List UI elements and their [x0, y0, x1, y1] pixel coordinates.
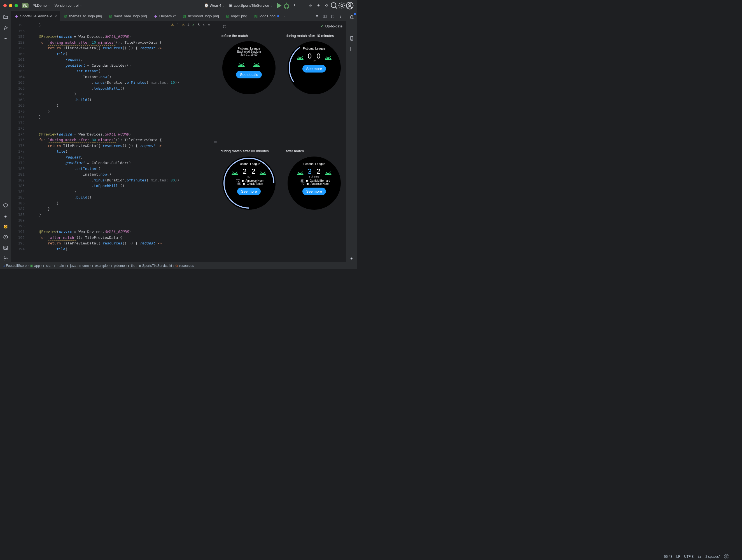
svg-point-2	[341, 4, 343, 6]
notifications-tool-icon[interactable]	[348, 13, 355, 21]
updates-icon[interactable]: ✦	[314, 2, 322, 9]
warning-icon: ⚠	[182, 23, 185, 27]
svg-line-15	[239, 63, 240, 64]
zoom-window[interactable]	[14, 4, 18, 7]
preview-item: before the matchFictional LeagueBack roa…	[221, 34, 277, 145]
image-icon: ▧	[109, 14, 113, 18]
debug-button[interactable]	[282, 2, 290, 9]
breadcrumb-item[interactable]: ◆SportsTileService.kt	[139, 264, 172, 268]
svg-rect-46	[350, 47, 353, 51]
run-config-selector[interactable]: ▣app.SportsTileService⌄	[227, 2, 275, 9]
watch-preview[interactable]: Fictional League2280'70'Ambrose Norm55'C…	[222, 156, 275, 210]
line-gutter: 1551561571581591601611621631641651661671…	[11, 21, 28, 262]
svg-point-13	[240, 65, 241, 66]
image-icon: ▧	[254, 14, 258, 18]
close-window[interactable]	[3, 4, 7, 7]
vcs-tool-icon[interactable]	[2, 255, 9, 262]
tabs-overflow[interactable]: ⌄	[282, 15, 287, 18]
svg-point-0	[284, 4, 288, 8]
project-menu[interactable]: PLDemo⌄	[30, 2, 52, 9]
emulator-tool-icon[interactable]	[348, 45, 355, 53]
editor-tabs: ◆SportsTileService.kt× ▧themes_fc_logo.p…	[11, 11, 346, 21]
inspection-widget[interactable]: ⚠1 ⚠4 ✔5 ∧ ∨	[171, 23, 210, 27]
breadcrumb-item[interactable]: ▸src	[43, 264, 50, 268]
tab-logo2[interactable]: ▧logo2.png	[222, 11, 251, 21]
favorites-tool-icon[interactable]: ◈	[2, 212, 9, 219]
project-tool-icon[interactable]	[2, 13, 9, 21]
window-controls	[3, 4, 18, 7]
ai-assistant-icon[interactable]: ✦	[348, 255, 355, 262]
watch-button[interactable]: See details	[236, 71, 262, 79]
more-tools-icon[interactable]: ⋯	[2, 35, 9, 42]
preview-panel: ▢ ✔Up-to-date before the matchFictional …	[217, 21, 346, 262]
tab-logo1[interactable]: ▧logo1.png	[251, 11, 282, 21]
breadcrumb-item[interactable]: ▣app	[30, 264, 40, 268]
more-menu[interactable]: ⋮	[290, 2, 298, 9]
terminal-tool-icon[interactable]	[2, 244, 9, 251]
code-area[interactable]: } @Preview(device = WearDevices.SMALL_RO…	[28, 21, 214, 262]
breadcrumb-item[interactable]: ▸pldemo	[111, 264, 124, 268]
account-icon[interactable]	[346, 2, 354, 9]
breadcrumb-item[interactable]: ▸com	[80, 264, 89, 268]
preview-toolbar-icon[interactable]: ▢	[221, 22, 228, 30]
run-button[interactable]	[275, 2, 282, 9]
image-icon: ▧	[182, 14, 186, 18]
breadcrumb-item[interactable]: ▸java	[67, 264, 76, 268]
breadcrumb-item[interactable]: ▸main	[54, 264, 64, 268]
tab-richmond-logo[interactable]: ▧richmond_logo.png	[179, 11, 222, 21]
watch-preview[interactable]: Fictional League32Full-time85'Garfield B…	[287, 156, 341, 210]
prev-highlight[interactable]: ∧	[203, 23, 205, 27]
tab-themes-logo[interactable]: ▧themes_fc_logo.png	[60, 11, 105, 21]
preview-title: after match	[286, 149, 343, 153]
view-mode-preview-icon[interactable]: ▢	[330, 14, 335, 19]
svg-line-44	[329, 171, 330, 172]
svg-point-11	[4, 259, 5, 260]
breadcrumb-item[interactable]: ▸tile	[128, 264, 135, 268]
logcat-tool-icon[interactable]: 🐱	[2, 223, 9, 230]
breadcrumb[interactable]: □FootballScore›▣app›▸src›▸main›▸java›▸co…	[0, 262, 357, 269]
splitter-handle[interactable]: ═	[214, 21, 217, 262]
close-icon[interactable]: ×	[55, 14, 57, 18]
device-manager-icon[interactable]	[348, 35, 355, 42]
next-highlight[interactable]: ∨	[208, 23, 210, 27]
view-mode-list-icon[interactable]: ≣	[314, 14, 319, 19]
watch-preview[interactable]: Fictional League0010'See more	[287, 41, 341, 94]
sync-icon[interactable]: ⟲	[322, 2, 330, 9]
warning-count: 4	[188, 23, 190, 27]
code-with-me-icon[interactable]: ⎋	[307, 2, 314, 9]
weak-count: 5	[198, 23, 200, 27]
watch-preview[interactable]: Fictional LeagueBack road StadiumJun 21,…	[222, 41, 275, 94]
preview-item: during match after 80 minutesFictional L…	[221, 149, 277, 260]
watch-icon: ⌚	[204, 3, 209, 8]
tab-westham-logo[interactable]: ▧west_ham_logo.png	[105, 11, 150, 21]
tab-options-icon[interactable]: ⋮	[338, 14, 343, 19]
structure-tool-icon[interactable]	[2, 24, 9, 31]
error-count: 1	[177, 23, 179, 27]
vcs-menu[interactable]: Version control⌄	[52, 2, 84, 9]
gradle-tool-icon[interactable]: ~	[348, 24, 355, 31]
svg-point-42	[329, 173, 330, 174]
kotlin-icon: ◆	[14, 14, 18, 18]
settings-icon[interactable]	[338, 2, 346, 9]
device-selector[interactable]: ⌚Wear 4⌄	[202, 2, 227, 9]
breadcrumb-item[interactable]: ▸example	[92, 264, 108, 268]
minimize-window[interactable]	[9, 4, 12, 7]
modified-dot	[277, 15, 279, 17]
svg-line-19	[254, 63, 255, 64]
image-icon: ▧	[226, 14, 229, 18]
build-tool-icon[interactable]	[2, 202, 9, 209]
search-icon[interactable]	[330, 2, 338, 9]
code-editor[interactable]: 1551561571581591601611621631641651661671…	[11, 21, 214, 262]
breadcrumb-item[interactable]: □FootballScore	[3, 264, 26, 268]
left-toolwindow-bar: ⋯ ◈ 🐱	[0, 11, 11, 262]
breadcrumb-item[interactable]: ⊘resources	[175, 264, 194, 268]
project-badge: PL	[22, 3, 29, 8]
tab-helpers[interactable]: ◆Helpers.kt	[150, 11, 179, 21]
problems-tool-icon[interactable]	[2, 234, 9, 241]
weak-warning-icon: ✔	[192, 23, 195, 27]
view-mode-split-icon[interactable]: ▯▯	[322, 14, 327, 19]
preview-status: ✔Up-to-date	[321, 24, 342, 28]
watch-button[interactable]: See more	[302, 188, 326, 195]
tab-sportstile[interactable]: ◆SportsTileService.kt×	[11, 11, 60, 21]
svg-point-41	[326, 173, 327, 174]
